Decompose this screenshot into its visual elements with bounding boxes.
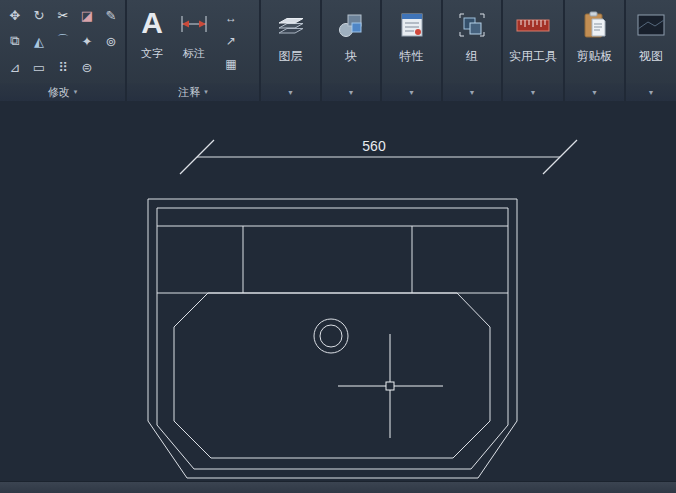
group-panel-expander[interactable]: ▼	[443, 83, 501, 101]
dimension-style-icon[interactable]: ↔	[218, 6, 244, 29]
drawing-canvas[interactable]: 560	[0, 101, 676, 481]
properties-panel: 特性 ▼	[382, 0, 443, 101]
properties-icon	[399, 9, 425, 41]
command-area-edge[interactable]	[0, 481, 676, 493]
utilities-panel: 实用工具 ▼	[503, 0, 565, 101]
annotate-panel-title: 注释	[178, 85, 200, 100]
trim-icon[interactable]: ✂	[51, 3, 75, 27]
annotate-panel-label[interactable]: 注释 ▾	[127, 83, 259, 101]
pickbox	[386, 382, 394, 390]
clipboard-panel: 剪贴板 ▼	[565, 0, 626, 101]
annotate-side-tools: ↔ ↗ ▦	[215, 4, 247, 83]
block-panel-expander[interactable]: ▼	[322, 83, 380, 101]
offset-icon[interactable]: ⊚	[99, 29, 123, 53]
block-label: 块	[345, 48, 357, 65]
drain-inner-circle	[320, 325, 342, 347]
group-button[interactable]: 组	[443, 0, 501, 83]
view-label: 视图	[639, 48, 663, 65]
autocad-window: ✥ ↻ ✂ ◪ ✎ ⧉ ◭ ⌒ ✦ ⊚ ⊿ ▭ ⠿ ⊜ 修改 ▾	[0, 0, 676, 493]
multileader-icon[interactable]: ↗	[218, 29, 244, 52]
fillet-icon[interactable]: ⌒	[51, 29, 75, 53]
group-expander-icon: ▼	[469, 89, 476, 96]
sink-outer-outline	[148, 199, 517, 478]
dimension-text: 560	[362, 138, 386, 154]
view-button[interactable]: 视图	[626, 0, 676, 83]
array-icon[interactable]: ⠿	[51, 55, 75, 79]
properties-button[interactable]: 特性	[382, 0, 441, 83]
pencil-icon[interactable]: ✎	[99, 3, 123, 27]
view-expander-icon: ▼	[648, 89, 655, 96]
layers-panel-expander[interactable]: ▼	[261, 83, 320, 101]
view-panel: 视图 ▼	[626, 0, 676, 101]
drain-outer-circle	[314, 319, 348, 353]
annotate-panel: A 文字 标注 ↔	[127, 0, 261, 101]
utilities-expander-icon: ▼	[530, 89, 537, 96]
layers-panel: 图层 ▼	[261, 0, 322, 101]
modify-panel-label[interactable]: 修改 ▾	[0, 83, 125, 101]
clipboard-label: 剪贴板	[577, 48, 613, 65]
move-icon[interactable]: ✥	[3, 3, 27, 27]
group-panel: 组 ▼	[443, 0, 503, 101]
group-icon	[457, 9, 487, 41]
layers-expander-icon: ▼	[287, 89, 294, 96]
block-expander-icon: ▼	[348, 89, 355, 96]
rotate-icon[interactable]: ↻	[27, 3, 51, 27]
text-button[interactable]: A 文字	[131, 4, 173, 83]
text-icon: A	[141, 6, 163, 42]
view-icon	[636, 9, 666, 41]
properties-panel-expander[interactable]: ▼	[382, 83, 441, 101]
measure-icon[interactable]: ⊿	[3, 55, 27, 79]
utilities-label: 实用工具	[509, 48, 557, 65]
dimension-icon	[177, 6, 211, 42]
explode-icon[interactable]: ✦	[75, 29, 99, 53]
modify-tools-grid: ✥ ↻ ✂ ◪ ✎ ⧉ ◭ ⌒ ✦ ⊚ ⊿ ▭ ⠿ ⊜	[0, 0, 125, 83]
block-button[interactable]: 块	[322, 0, 380, 83]
layers-label: 图层	[279, 48, 303, 65]
copy-icon[interactable]: ⧉	[3, 29, 27, 53]
dimension-button[interactable]: 标注	[173, 4, 215, 83]
group-label: 组	[466, 48, 478, 65]
scale-icon[interactable]: ▭	[27, 55, 51, 79]
measure-ruler-icon	[515, 9, 551, 41]
clipboard-panel-expander[interactable]: ▼	[565, 83, 624, 101]
sink-inner-outline	[157, 208, 508, 469]
block-panel: 块 ▼	[322, 0, 382, 101]
layers-button[interactable]: 图层	[261, 0, 320, 83]
utilities-button[interactable]: 实用工具	[503, 0, 563, 83]
modify-expander-icon: ▾	[74, 88, 78, 96]
text-button-label: 文字	[141, 46, 163, 61]
table-icon[interactable]: ▦	[218, 52, 244, 75]
basin-outline	[174, 293, 490, 458]
utilities-panel-expander[interactable]: ▼	[503, 83, 563, 101]
layers-icon	[276, 9, 306, 41]
modify-panel-title: 修改	[48, 85, 70, 100]
annotate-expander-icon: ▾	[204, 88, 208, 96]
erase-icon[interactable]: ◪	[75, 3, 99, 27]
properties-label: 特性	[400, 48, 424, 65]
clipboard-button[interactable]: 剪贴板	[565, 0, 624, 83]
block-icon	[336, 9, 366, 41]
mirror-icon[interactable]: ◭	[27, 29, 51, 53]
dimension-button-label: 标注	[183, 46, 205, 61]
ribbon: ✥ ↻ ✂ ◪ ✎ ⧉ ◭ ⌒ ✦ ⊚ ⊿ ▭ ⠿ ⊜ 修改 ▾	[0, 0, 676, 101]
clipboard-expander-icon: ▼	[591, 89, 598, 96]
view-panel-expander[interactable]: ▼	[626, 83, 676, 101]
align-icon[interactable]: ⊜	[75, 55, 99, 79]
modify-panel: ✥ ↻ ✂ ◪ ✎ ⧉ ◭ ⌒ ✦ ⊚ ⊿ ▭ ⠿ ⊜ 修改 ▾	[0, 0, 127, 101]
properties-expander-icon: ▼	[408, 89, 415, 96]
clipboard-icon	[582, 9, 608, 41]
